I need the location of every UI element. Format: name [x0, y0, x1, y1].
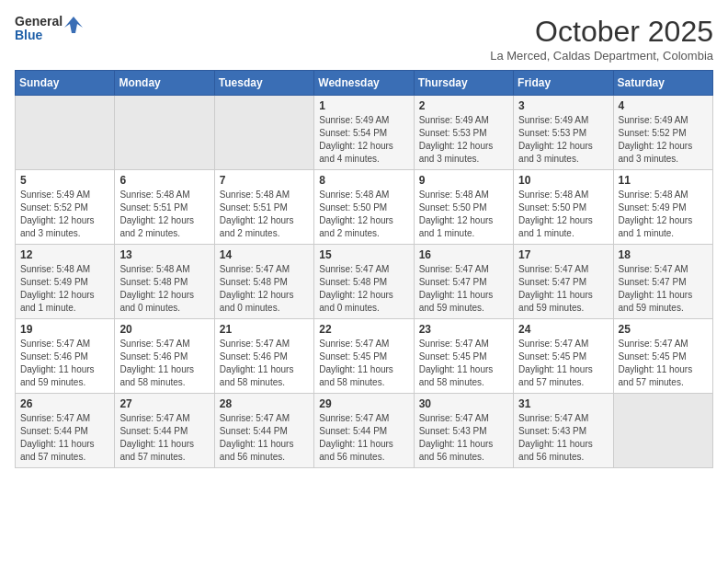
day-number: 17: [518, 248, 608, 261]
header-thursday: Thursday: [414, 71, 513, 96]
day-info: Sunrise: 5:48 AM Sunset: 5:50 PM Dayligh…: [518, 189, 608, 240]
day-cell: 2Sunrise: 5:49 AM Sunset: 5:53 PM Daylig…: [414, 96, 513, 170]
day-number: 21: [220, 323, 309, 336]
day-number: 4: [619, 99, 708, 112]
day-cell: 21Sunrise: 5:47 AM Sunset: 5:46 PM Dayli…: [214, 319, 313, 394]
day-info: Sunrise: 5:47 AM Sunset: 5:47 PM Dayligh…: [619, 263, 708, 315]
day-info: Sunrise: 5:47 AM Sunset: 5:45 PM Dayligh…: [319, 338, 408, 389]
day-number: 14: [220, 248, 309, 261]
day-number: 9: [419, 174, 508, 187]
day-info: Sunrise: 5:48 AM Sunset: 5:48 PM Dayligh…: [119, 263, 209, 315]
day-number: 2: [419, 99, 508, 112]
day-info: Sunrise: 5:49 AM Sunset: 5:52 PM Dayligh…: [20, 189, 109, 240]
page-header: General Blue October 2025 La Merced, Cal…: [15, 15, 713, 63]
day-cell: [16, 96, 115, 170]
day-cell: 25Sunrise: 5:47 AM Sunset: 5:45 PM Dayli…: [613, 319, 712, 394]
logo-blue: Blue: [15, 29, 63, 42]
week-row-5: 26Sunrise: 5:47 AM Sunset: 5:44 PM Dayli…: [16, 394, 713, 468]
day-number: 1: [319, 99, 408, 112]
day-number: 31: [518, 397, 608, 410]
day-cell: 13Sunrise: 5:48 AM Sunset: 5:48 PM Dayli…: [115, 245, 214, 319]
day-cell: 30Sunrise: 5:47 AM Sunset: 5:43 PM Dayli…: [414, 394, 513, 468]
day-cell: 17Sunrise: 5:47 AM Sunset: 5:47 PM Dayli…: [514, 245, 613, 319]
day-cell: 19Sunrise: 5:47 AM Sunset: 5:46 PM Dayli…: [16, 319, 115, 394]
day-number: 16: [419, 248, 508, 261]
day-number: 3: [518, 99, 608, 112]
header-sunday: Sunday: [16, 71, 115, 96]
day-cell: 12Sunrise: 5:48 AM Sunset: 5:49 PM Dayli…: [16, 245, 115, 319]
day-info: Sunrise: 5:47 AM Sunset: 5:46 PM Dayligh…: [220, 338, 309, 389]
day-number: 27: [119, 397, 209, 410]
day-info: Sunrise: 5:47 AM Sunset: 5:44 PM Dayligh…: [119, 412, 209, 464]
day-info: Sunrise: 5:48 AM Sunset: 5:51 PM Dayligh…: [119, 189, 209, 240]
svg-marker-0: [64, 17, 83, 33]
day-number: 20: [119, 323, 209, 336]
header-monday: Monday: [115, 71, 214, 96]
header-row: SundayMondayTuesdayWednesdayThursdayFrid…: [16, 71, 713, 96]
header-wednesday: Wednesday: [314, 71, 414, 96]
day-info: Sunrise: 5:49 AM Sunset: 5:53 PM Dayligh…: [419, 114, 508, 166]
day-cell: 27Sunrise: 5:47 AM Sunset: 5:44 PM Dayli…: [115, 394, 214, 468]
day-info: Sunrise: 5:49 AM Sunset: 5:52 PM Dayligh…: [619, 114, 708, 166]
day-cell: [214, 96, 313, 170]
day-cell: 20Sunrise: 5:47 AM Sunset: 5:46 PM Dayli…: [115, 319, 214, 394]
day-info: Sunrise: 5:48 AM Sunset: 5:51 PM Dayligh…: [220, 189, 309, 240]
day-info: Sunrise: 5:47 AM Sunset: 5:46 PM Dayligh…: [119, 338, 209, 389]
header-tuesday: Tuesday: [214, 71, 313, 96]
day-cell: [613, 394, 712, 468]
day-info: Sunrise: 5:47 AM Sunset: 5:44 PM Dayligh…: [220, 412, 309, 464]
day-number: 11: [619, 174, 708, 187]
day-number: 25: [619, 323, 708, 336]
day-cell: 18Sunrise: 5:47 AM Sunset: 5:47 PM Dayli…: [613, 245, 712, 319]
day-cell: 8Sunrise: 5:48 AM Sunset: 5:50 PM Daylig…: [314, 170, 414, 245]
month-title: October 2025: [490, 15, 713, 49]
day-info: Sunrise: 5:47 AM Sunset: 5:48 PM Dayligh…: [220, 263, 309, 315]
logo-bird-icon: [64, 15, 83, 42]
week-row-4: 19Sunrise: 5:47 AM Sunset: 5:46 PM Dayli…: [16, 319, 713, 394]
day-cell: 31Sunrise: 5:47 AM Sunset: 5:43 PM Dayli…: [514, 394, 613, 468]
day-cell: 6Sunrise: 5:48 AM Sunset: 5:51 PM Daylig…: [115, 170, 214, 245]
day-number: 12: [20, 248, 109, 261]
day-number: 24: [518, 323, 608, 336]
header-saturday: Saturday: [613, 71, 712, 96]
day-cell: 1Sunrise: 5:49 AM Sunset: 5:54 PM Daylig…: [314, 96, 414, 170]
logo-general: General: [15, 15, 63, 29]
day-number: 8: [319, 174, 408, 187]
day-info: Sunrise: 5:47 AM Sunset: 5:47 PM Dayligh…: [419, 263, 508, 315]
week-row-1: 1Sunrise: 5:49 AM Sunset: 5:54 PM Daylig…: [16, 96, 713, 170]
week-row-2: 5Sunrise: 5:49 AM Sunset: 5:52 PM Daylig…: [16, 170, 713, 245]
day-number: 19: [20, 323, 109, 336]
logo-mark: General Blue: [15, 15, 83, 43]
day-info: Sunrise: 5:48 AM Sunset: 5:49 PM Dayligh…: [619, 189, 708, 240]
day-number: 6: [119, 174, 209, 187]
day-cell: 3Sunrise: 5:49 AM Sunset: 5:53 PM Daylig…: [514, 96, 613, 170]
day-cell: 15Sunrise: 5:47 AM Sunset: 5:48 PM Dayli…: [314, 245, 414, 319]
day-cell: 16Sunrise: 5:47 AM Sunset: 5:47 PM Dayli…: [414, 245, 513, 319]
day-cell: 7Sunrise: 5:48 AM Sunset: 5:51 PM Daylig…: [214, 170, 313, 245]
day-info: Sunrise: 5:47 AM Sunset: 5:46 PM Dayligh…: [20, 338, 109, 389]
day-info: Sunrise: 5:47 AM Sunset: 5:44 PM Dayligh…: [319, 412, 408, 464]
day-cell: 23Sunrise: 5:47 AM Sunset: 5:45 PM Dayli…: [414, 319, 513, 394]
calendar-table: SundayMondayTuesdayWednesdayThursdayFrid…: [15, 70, 713, 468]
day-number: 26: [20, 397, 109, 410]
day-info: Sunrise: 5:47 AM Sunset: 5:43 PM Dayligh…: [518, 412, 608, 464]
day-cell: 26Sunrise: 5:47 AM Sunset: 5:44 PM Dayli…: [16, 394, 115, 468]
day-cell: 28Sunrise: 5:47 AM Sunset: 5:44 PM Dayli…: [214, 394, 313, 468]
day-number: 15: [319, 248, 408, 261]
day-info: Sunrise: 5:47 AM Sunset: 5:48 PM Dayligh…: [319, 263, 408, 315]
logo: General Blue: [15, 15, 83, 43]
day-info: Sunrise: 5:47 AM Sunset: 5:45 PM Dayligh…: [518, 338, 608, 389]
day-number: 7: [220, 174, 309, 187]
day-number: 22: [319, 323, 408, 336]
day-info: Sunrise: 5:49 AM Sunset: 5:53 PM Dayligh…: [518, 114, 608, 166]
day-cell: [115, 96, 214, 170]
day-cell: 4Sunrise: 5:49 AM Sunset: 5:52 PM Daylig…: [613, 96, 712, 170]
day-number: 13: [119, 248, 209, 261]
day-cell: 22Sunrise: 5:47 AM Sunset: 5:45 PM Dayli…: [314, 319, 414, 394]
day-info: Sunrise: 5:48 AM Sunset: 5:49 PM Dayligh…: [20, 263, 109, 315]
day-number: 30: [419, 397, 508, 410]
day-number: 5: [20, 174, 109, 187]
header-friday: Friday: [514, 71, 613, 96]
day-number: 23: [419, 323, 508, 336]
day-number: 28: [220, 397, 309, 410]
